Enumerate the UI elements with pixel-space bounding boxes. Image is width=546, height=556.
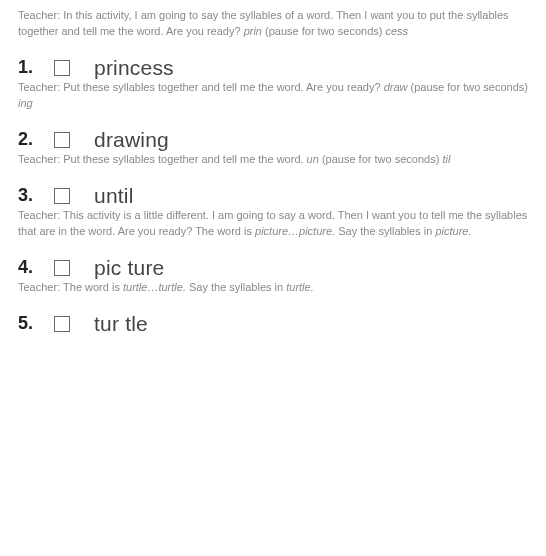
checkbox[interactable] [54,60,70,76]
question-item: 1. princess [18,56,530,80]
activity-block: Teacher: The word is turtle…turtle. Say … [18,280,530,336]
activity-block: Teacher: Put these syllables together an… [18,152,530,208]
activity-block: Teacher: In this activity, I am going to… [18,8,530,80]
item-number: 5. [18,313,54,334]
activity-block: Teacher: This activity is a little diffe… [18,208,530,280]
question-item: 4. pic ture [18,256,530,280]
answer-text: tur tle [94,312,148,336]
question-item: 2. drawing [18,128,530,152]
item-number: 1. [18,57,54,78]
checkbox[interactable] [54,132,70,148]
item-number: 3. [18,185,54,206]
teacher-instruction: Teacher: The word is turtle…turtle. Say … [18,280,530,296]
question-item: 5. tur tle [18,312,530,336]
checkbox[interactable] [54,260,70,276]
activity-block: Teacher: Put these syllables together an… [18,80,530,152]
answer-text: princess [94,56,174,80]
teacher-instruction: Teacher: Put these syllables together an… [18,80,530,112]
item-number: 4. [18,257,54,278]
teacher-instruction: Teacher: This activity is a little diffe… [18,208,530,240]
answer-text: pic ture [94,256,164,280]
item-number: 2. [18,129,54,150]
teacher-instruction: Teacher: In this activity, I am going to… [18,8,530,40]
question-item: 3. until [18,184,530,208]
answer-text: until [94,184,134,208]
checkbox[interactable] [54,188,70,204]
answer-text: drawing [94,128,169,152]
checkbox[interactable] [54,316,70,332]
teacher-instruction: Teacher: Put these syllables together an… [18,152,530,168]
